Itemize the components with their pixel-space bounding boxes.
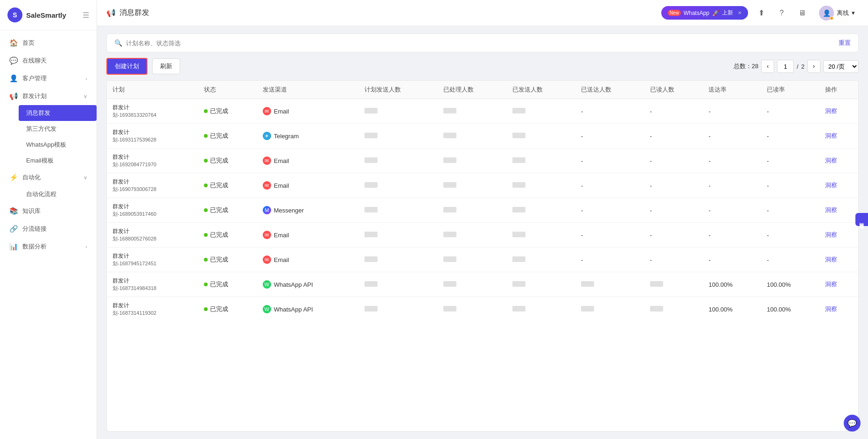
cell-channel: ✉Email (257, 173, 359, 198)
cell-send-count (359, 198, 438, 223)
export-button[interactable]: ⬆ (754, 6, 769, 21)
insight-link[interactable]: 洞察 (825, 157, 837, 164)
insight-link[interactable]: 洞察 (825, 281, 837, 288)
cell-action: 洞察 (819, 272, 858, 297)
sidebar-logo: S SaleSmartly ☰ (0, 0, 97, 30)
page-size-select[interactable]: 20 /页 50 /页 100 /页 (823, 60, 859, 73)
sidebar-item-third-party[interactable]: 第三方代发 (19, 121, 97, 137)
whatsapp-new-button[interactable]: New WhatsApp 🚀 上新 ✕ (661, 6, 748, 20)
sidebar-item-customer[interactable]: 👤 客户管理 › (0, 70, 97, 87)
status-dot (204, 208, 208, 212)
cell-action: 洞察 (819, 173, 858, 198)
chat-widget-button[interactable]: 💬 (844, 415, 861, 432)
next-page-button[interactable]: › (807, 60, 820, 73)
menu-toggle[interactable]: ☰ (83, 11, 89, 20)
status-badge: 已完成 (204, 156, 252, 165)
reset-button[interactable]: 重置 (839, 39, 851, 47)
email-icon: ✉ (263, 231, 271, 239)
logo-icon: S (7, 7, 22, 22)
contact-support-button[interactable]: 联系客服 (855, 213, 868, 226)
channel-badge: ✉Email (263, 181, 353, 190)
channel-name: Email (274, 256, 289, 263)
status-badge: 已完成 (204, 280, 252, 289)
status-dot (204, 307, 208, 311)
prev-page-button[interactable]: ‹ (761, 60, 774, 73)
cell-delivered (575, 272, 644, 297)
cell-status: 已完成 (198, 297, 257, 322)
cell-processed (438, 272, 506, 297)
cell-delivery-rate: - (703, 149, 761, 173)
search-input[interactable] (126, 40, 835, 47)
cell-processed (438, 173, 506, 198)
sidebar-item-home[interactable]: 🏠 首页 (0, 34, 97, 52)
insight-link[interactable]: 洞察 (825, 206, 837, 213)
sidebar-item-automation[interactable]: ⚡ 自动化 ∨ (0, 169, 97, 186)
refresh-button[interactable]: 刷新 (152, 58, 180, 74)
page-title: 消息群发 (119, 8, 149, 18)
insight-link[interactable]: 洞察 (825, 107, 837, 114)
help-button[interactable]: ? (774, 6, 789, 21)
sidebar-item-flow[interactable]: 🔗 分流链接 (0, 220, 97, 238)
channel-name: Email (274, 182, 289, 189)
placeholder-block (443, 182, 456, 188)
analytics-icon: 📊 (9, 242, 18, 251)
col-sent: 已发送人数 (507, 81, 575, 99)
sidebar-item-broadcast[interactable]: 📢 群发计划 ∨ (0, 87, 97, 105)
insight-link[interactable]: 洞察 (825, 132, 837, 139)
create-plan-button[interactable]: 创建计划 (106, 58, 147, 75)
cell-action: 洞察 (819, 223, 858, 248)
placeholder-block (443, 133, 456, 138)
sidebar-item-flow-label: 分流链接 (22, 225, 47, 233)
plan-name: 群发计 (112, 104, 193, 112)
cell-action: 洞察 (819, 248, 858, 272)
plan-id: 划-1688005276028 (112, 235, 193, 242)
page-number-input[interactable] (777, 60, 794, 73)
cell-delivered: - (575, 173, 644, 198)
cell-sent (507, 198, 575, 223)
sidebar-item-message-broadcast[interactable]: 消息群发 (19, 105, 97, 121)
cell-delivery-rate: - (703, 173, 761, 198)
sidebar-item-autoflow[interactable]: 自动化流程 (19, 186, 97, 202)
placeholder-block (364, 133, 378, 138)
sidebar-item-chat[interactable]: 💬 在线聊天 (0, 52, 97, 70)
cell-action: 洞察 (819, 99, 858, 124)
status-text: 已完成 (210, 255, 228, 264)
cell-send-count (359, 173, 438, 198)
cell-plan: 群发计划-1687314984318 (107, 272, 198, 297)
cell-delivery-rate: - (703, 124, 761, 149)
cell-send-count (359, 99, 438, 124)
status-dot (204, 134, 208, 138)
user-button[interactable]: 👤 离线 ▾ (815, 4, 859, 22)
cell-send-count (359, 248, 438, 272)
sidebar-item-whatsapp-template[interactable]: WhatsApp模板 (19, 137, 97, 153)
data-table-wrapper: 计划 状态 发送渠道 计划发送人数 已处理人数 已发送人数 已送达人数 已读人数… (106, 80, 859, 432)
cell-read: - (644, 198, 703, 223)
close-new-icon[interactable]: ✕ (738, 10, 742, 15)
cell-read-rate: - (761, 124, 819, 149)
user-status: 离线 (837, 9, 849, 17)
cell-sent (507, 297, 575, 322)
table-header-row: 计划 状态 发送渠道 计划发送人数 已处理人数 已发送人数 已送达人数 已读人数… (107, 81, 858, 99)
placeholder-block (364, 157, 378, 163)
cell-read: - (644, 99, 703, 124)
insight-link[interactable]: 洞察 (825, 305, 837, 312)
channel-name: WhatsApp API (274, 281, 313, 288)
cell-plan: 群发计划-1693117539628 (107, 124, 198, 149)
cell-action: 洞察 (819, 124, 858, 149)
insight-link[interactable]: 洞察 (825, 256, 837, 263)
whatsapp-icon: W (263, 305, 271, 313)
placeholder-block (650, 306, 663, 312)
insight-link[interactable]: 洞察 (825, 182, 837, 189)
sidebar-item-knowledge[interactable]: 📚 知识库 (0, 202, 97, 220)
table-row: 群发计划-1687314119302已完成WWhatsApp API100.00… (107, 297, 858, 322)
cell-plan: 群发计划-1692084771970 (107, 149, 198, 173)
placeholder-block (364, 108, 378, 113)
plan-id: 划-1690793006728 (112, 186, 193, 193)
insight-link[interactable]: 洞察 (825, 231, 837, 238)
sidebar-item-analytics[interactable]: 📊 数据分析 › (0, 238, 97, 255)
channel-name: Email (274, 157, 289, 164)
sidebar-item-email-template[interactable]: Email模板 (19, 153, 97, 169)
placeholder-block (364, 256, 378, 262)
cell-read: - (644, 173, 703, 198)
monitor-button[interactable]: 🖥 (795, 6, 810, 21)
